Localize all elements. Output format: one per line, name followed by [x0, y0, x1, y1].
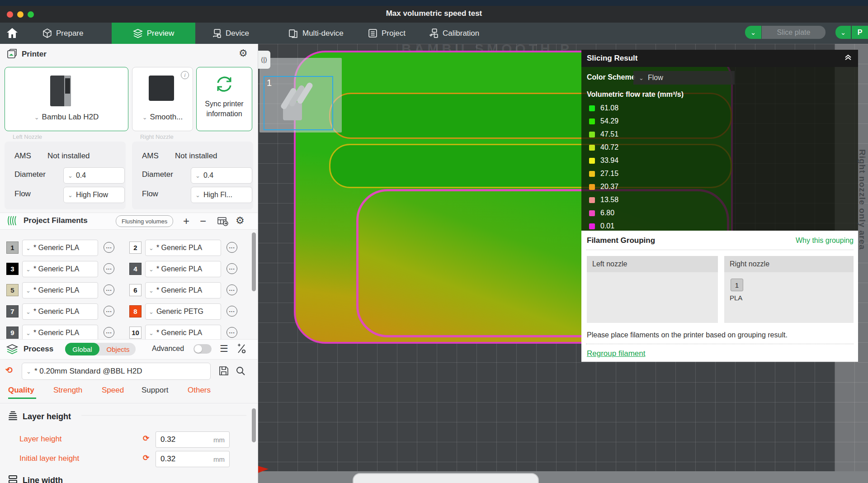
why-grouping-link[interactable]: Why this grouping [796, 237, 854, 245]
filament-dropdown[interactable]: ⌄* Generic PLA [22, 240, 98, 256]
expert-mode-icon[interactable] [236, 343, 247, 356]
collapse-panel-icon[interactable] [844, 54, 853, 63]
initial-layer-height-input[interactable]: 0.32 mm [156, 451, 230, 467]
color-scheme-dropdown[interactable]: ⌄ Flow [633, 71, 735, 85]
filament-swatch[interactable]: 6 [129, 284, 142, 296]
filament-swatch[interactable]: 5 [6, 284, 19, 296]
filament-scrollbar[interactable] [252, 232, 256, 291]
add-filament-button[interactable]: + [183, 216, 189, 227]
printer-model-dropdown[interactable]: ⌄ Bambu Lab H2D [5, 113, 128, 122]
tab-others[interactable]: Others [188, 386, 211, 395]
diameter-dropdown[interactable]: ⌄ 0.4 [63, 167, 125, 184]
tab-calibration[interactable]: Calibration [423, 23, 486, 44]
legend-swatch [589, 158, 595, 164]
filament-more-button[interactable]: ··· [226, 263, 237, 274]
filament-more-button[interactable]: ··· [226, 242, 237, 253]
line-width-group-header: Line width [7, 475, 63, 483]
filament-dropdown[interactable]: ⌄* Generic PLA [22, 261, 98, 277]
tab-support[interactable]: Support [142, 386, 169, 395]
filament-more-button[interactable]: ··· [104, 242, 114, 253]
scope-global-button[interactable]: Global [65, 343, 99, 355]
plate-thumbnail[interactable]: 1 [259, 58, 342, 133]
filament-swatch[interactable]: 8 [129, 305, 142, 317]
layer-height-input[interactable]: 0.32 mm [156, 431, 230, 448]
filament-more-button[interactable]: ··· [104, 263, 114, 274]
regroup-filament-link[interactable]: Regroup filament [587, 349, 645, 358]
right-nozzle-group-label: Right nozzle [724, 256, 854, 272]
filament-chip[interactable]: 1 [731, 279, 743, 291]
filament-swatch[interactable]: 2 [129, 242, 142, 254]
filament-dropdown[interactable]: ⌄* Generic PLA [145, 282, 221, 298]
tab-prepare[interactable]: Prepare [36, 23, 90, 44]
filament-dropdown[interactable]: ⌄* Generic PLA [145, 325, 221, 341]
flushing-volumes-button[interactable]: Flushing volumes [116, 215, 173, 227]
filament-more-button[interactable]: ··· [226, 284, 237, 295]
home-icon[interactable] [6, 28, 18, 40]
filament-dropdown[interactable]: ⌄* Generic PLA [22, 325, 98, 341]
slice-options-dropdown[interactable]: ⌄ [745, 26, 761, 39]
printer-model-card[interactable]: ⌄ Bambu Lab H2D [5, 67, 128, 131]
filament-table-icon[interactable] [217, 216, 228, 228]
slice-plate-button[interactable]: Slice plate [762, 26, 826, 39]
filament-swatch[interactable]: 1 [6, 242, 19, 254]
print-options-dropdown[interactable]: ⌄ [835, 26, 851, 39]
filament-more-button[interactable]: ··· [104, 284, 114, 295]
legend-swatch [589, 118, 595, 124]
chevron-down-icon: ⌄ [840, 29, 846, 36]
right-nozzle-card: AMS Not installed Diameter ⌄ 0.4 Flow ⌄ … [132, 142, 253, 209]
filament-swatch[interactable]: 7 [6, 305, 19, 317]
layers-icon [133, 28, 143, 38]
parameter-list-icon[interactable]: ☰ [220, 344, 228, 353]
params-scrollbar[interactable] [252, 408, 256, 442]
search-preset-icon[interactable] [235, 365, 246, 378]
filament-more-button[interactable]: ··· [104, 306, 114, 317]
flow-dropdown[interactable]: ⌄ High Flow [63, 187, 125, 203]
plate-type-card[interactable]: i ⌄ Smooth... [132, 67, 193, 131]
tab-quality[interactable]: Quality [8, 386, 34, 395]
legend-row: 54.29 [589, 117, 618, 125]
printer-settings-gear-icon[interactable]: ⚙ [239, 48, 248, 58]
filament-more-button[interactable]: ··· [226, 306, 237, 317]
filament-more-button[interactable]: ··· [226, 327, 237, 338]
app-window: Max volumetric speed test Prepare Previe… [0, 0, 868, 483]
list-icon [368, 28, 377, 38]
filament-settings-gear-icon[interactable]: ⚙ [236, 216, 245, 226]
filament-swatch[interactable]: 3 [6, 263, 19, 275]
tab-speed[interactable]: Speed [102, 386, 124, 395]
filament-swatch[interactable]: 4 [129, 263, 142, 275]
chevron-down-icon: ⌄ [26, 266, 31, 272]
filament-swatch[interactable]: 9 [6, 327, 19, 339]
filament-dropdown[interactable]: ⌄* Generic PLA [22, 282, 98, 298]
printer-image [50, 76, 71, 106]
reset-value-icon[interactable]: ⟳ [143, 434, 149, 443]
preset-dropdown[interactable]: ⌄ * 0.20mm Standard @BBL H2D [22, 363, 211, 380]
print-plate-button[interactable]: P [852, 26, 868, 39]
reset-value-icon[interactable]: ⟳ [143, 453, 149, 463]
diameter-dropdown[interactable]: ⌄ 0.4 [191, 167, 252, 184]
desktop-strip [0, 0, 868, 6]
reset-preset-icon[interactable]: ⟳ [5, 365, 13, 375]
remove-filament-button[interactable]: − [200, 216, 206, 227]
filament-dropdown[interactable]: ⌄* Generic PLA [22, 303, 98, 320]
plate-type-dropdown[interactable]: ⌄ Smooth... [132, 113, 193, 122]
tab-strength[interactable]: Strength [53, 386, 82, 395]
flow-dropdown[interactable]: ⌄ High Fl... [191, 187, 252, 203]
panel-collapse-button[interactable]: ⟨|⟩ [258, 51, 270, 69]
sync-printer-button[interactable]: Sync printer information [196, 67, 252, 131]
filament-more-button[interactable]: ··· [104, 327, 114, 338]
filament-dropdown[interactable]: ⌄Generic PETG [145, 303, 221, 320]
save-preset-icon[interactable] [218, 365, 229, 378]
tab-project[interactable]: Project [362, 23, 412, 44]
tab-preview[interactable]: Preview [112, 23, 195, 44]
advanced-toggle[interactable] [193, 344, 212, 354]
plate-handle-tab [353, 473, 539, 483]
legend-row: 61.08 [589, 104, 618, 112]
filament-dropdown[interactable]: ⌄* Generic PLA [145, 261, 221, 277]
legend-row: 33.94 [589, 156, 618, 165]
tab-device[interactable]: Device [206, 23, 255, 44]
info-icon[interactable]: i [181, 71, 189, 79]
filament-dropdown[interactable]: ⌄* Generic PLA [145, 240, 221, 256]
tab-multi-device[interactable]: Multi-device [283, 23, 350, 44]
filament-swatch[interactable]: 10 [129, 327, 142, 339]
scope-objects-button[interactable]: Objects [100, 343, 136, 355]
